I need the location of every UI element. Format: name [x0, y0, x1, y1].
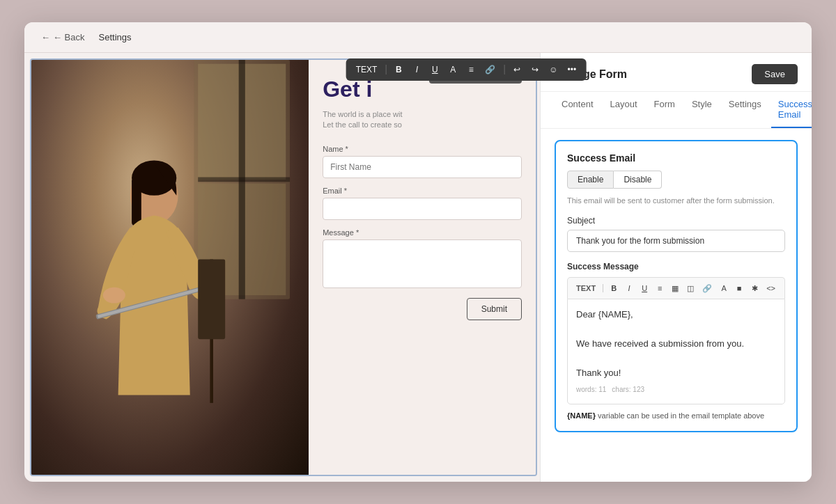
tab-form[interactable]: Form: [647, 92, 682, 128]
message-editor[interactable]: Dear {NAME}, We have received a submissi…: [567, 299, 785, 404]
back-label: ← Back: [53, 32, 85, 42]
message-label: Message *: [323, 228, 522, 237]
message-toolbar: TEXT B I U ≡ ▦ ◫ 🔗 A ■ ✱ <>: [567, 277, 785, 299]
form-section: Get i The world is a place wit Let the c…: [309, 60, 536, 475]
svg-rect-12: [198, 260, 225, 340]
msg-toolbar-asterisk[interactable]: ✱: [748, 282, 761, 294]
message-line-4: [576, 352, 776, 366]
tab-content[interactable]: Content: [555, 92, 601, 128]
info-text: This email will be sent to customer afte…: [567, 196, 785, 206]
success-email-title: Success Email: [567, 152, 785, 164]
name-input[interactable]: [323, 156, 522, 178]
enable-button[interactable]: Enable: [567, 171, 614, 189]
toolbar-align[interactable]: ≡: [464, 63, 478, 77]
person-illustration: [31, 60, 309, 475]
message-line-5: Thank you!: [576, 366, 776, 381]
email-label: Email *: [323, 187, 522, 195]
message-stats: words: 11 chars: 123: [576, 380, 776, 395]
toolbar-underline[interactable]: U: [428, 63, 442, 77]
tab-success-email[interactable]: Success Email: [771, 92, 812, 128]
msg-toolbar-link[interactable]: 🔗: [699, 282, 715, 294]
char-count: chars: 123: [612, 384, 644, 395]
editor-toolbar: TEXT B I U A ≡ 🔗 ↩ ↪ ☺ •••: [346, 58, 587, 81]
name-label: Name *: [323, 145, 522, 153]
success-message-label: Success Message: [567, 262, 785, 271]
toolbar-redo[interactable]: ↪: [528, 63, 542, 77]
msg-toolbar-code[interactable]: <>: [764, 282, 778, 294]
save-button[interactable]: Save: [752, 64, 798, 84]
message-line-2: [576, 322, 776, 337]
tab-settings[interactable]: Settings: [722, 92, 768, 128]
photo-background: [31, 60, 309, 475]
canvas-area: Manage Contact Form Get i The world is a…: [30, 58, 537, 476]
panel-tabs: Content Layout Form Style Settings Succe…: [541, 92, 812, 129]
back-icon: ←: [41, 32, 50, 42]
tab-layout[interactable]: Layout: [603, 92, 644, 128]
settings-label: Settings: [99, 32, 132, 42]
msg-toolbar-bold[interactable]: B: [607, 282, 620, 294]
toolbar-text[interactable]: TEXT: [353, 63, 380, 77]
disable-button[interactable]: Disable: [614, 171, 662, 189]
toolbar-link[interactable]: 🔗: [482, 63, 498, 77]
main-content: Manage Contact Form Get i The world is a…: [24, 53, 812, 482]
msg-toolbar-underline[interactable]: U: [638, 282, 651, 294]
msg-toolbar-image[interactable]: ▦: [669, 282, 681, 294]
msg-toolbar-italic[interactable]: I: [623, 282, 635, 294]
word-count: words: 11: [576, 384, 606, 395]
msg-toolbar-color-a[interactable]: A: [718, 282, 730, 294]
variable-hint: {NAME} variable can be used in the email…: [567, 411, 785, 420]
msg-toolbar-list[interactable]: ≡: [653, 282, 666, 294]
success-email-card: Success Email Enable Disable This email …: [555, 140, 798, 432]
msg-toolbar-divider-1: [603, 284, 603, 292]
subject-input[interactable]: [567, 230, 785, 252]
toolbar-divider-2: [504, 65, 504, 74]
toolbar-divider-1: [385, 65, 386, 74]
msg-toolbar-block[interactable]: ■: [733, 282, 745, 294]
message-line-3: We have received a submission from you.: [576, 337, 776, 352]
svg-rect-7: [132, 178, 141, 226]
panel-body: Success Email Enable Disable This email …: [541, 129, 812, 482]
toolbar-undo[interactable]: ↩: [510, 63, 524, 77]
photo-section: [31, 60, 309, 475]
top-bar: ← ← Back Settings TEXT B I U A ≡ 🔗 ↩ ↪ ☺…: [24, 22, 812, 53]
tab-style[interactable]: Style: [685, 92, 719, 128]
submit-button[interactable]: Submit: [467, 298, 522, 320]
toolbar-font-color[interactable]: A: [446, 63, 460, 77]
email-input[interactable]: [323, 198, 522, 220]
back-button[interactable]: ← ← Back: [36, 29, 91, 45]
enable-disable-group: Enable Disable: [567, 171, 785, 189]
app-window: ← ← Back Settings TEXT B I U A ≡ 🔗 ↩ ↪ ☺…: [24, 22, 812, 482]
toolbar-emoji[interactable]: ☺: [546, 63, 560, 77]
msg-toolbar-table[interactable]: ◫: [684, 282, 697, 294]
form-subtext: The world is a place wit Let the call to…: [323, 109, 522, 131]
toolbar-more[interactable]: •••: [565, 63, 580, 77]
subject-field-label: Subject: [567, 216, 785, 226]
message-textarea[interactable]: [323, 239, 522, 288]
toolbar-italic[interactable]: I: [410, 63, 424, 77]
right-panel: Manage Form Save Content Layout Form Sty…: [540, 53, 812, 482]
msg-toolbar-text[interactable]: TEXT: [573, 282, 598, 294]
toolbar-bold[interactable]: B: [392, 63, 405, 77]
message-line-1: Dear {NAME},: [576, 308, 776, 322]
svg-point-10: [103, 288, 125, 304]
